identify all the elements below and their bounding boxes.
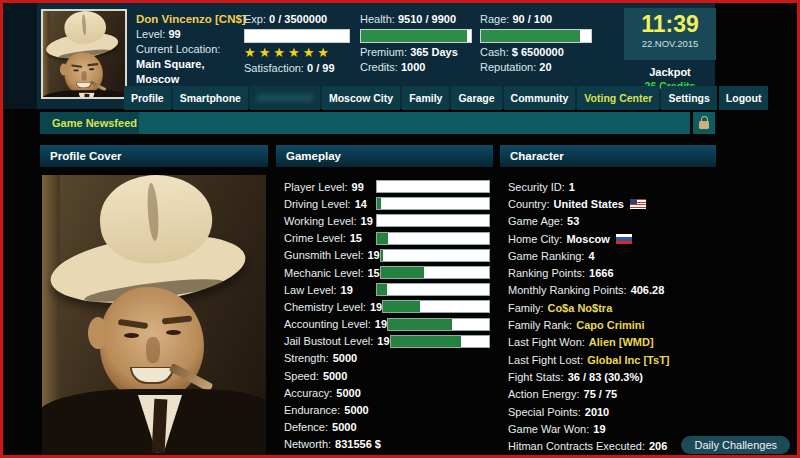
gameplay-row: Speed:5000 (284, 367, 490, 384)
character-row: Home City:Moscow (508, 230, 720, 247)
stat-label: Player Level: (284, 181, 348, 193)
daily-challenges-button[interactable]: Daily Challenges (681, 436, 790, 454)
gameplay-header: Gameplay (276, 145, 493, 167)
character-row: Family Rank:Capo Crimini (508, 316, 720, 333)
stat-value: 5000 (332, 421, 356, 433)
stat-meter (376, 180, 490, 193)
reputation-label: Reputation: (480, 61, 536, 73)
star-icon: ★ (259, 45, 274, 60)
tab-family[interactable]: Family (402, 86, 449, 110)
stat-value: 1666 (589, 267, 613, 279)
gameplay-row: Chemistry Level:19 (284, 298, 490, 315)
exp-block: Exp: 0 / 3500000 ★★★★★★ Satisfaction: 0 … (244, 12, 352, 76)
stat-meter-fill (377, 233, 388, 244)
stat-value: 99 (352, 181, 364, 193)
stat-value: Co$a No$tra (547, 302, 612, 314)
stat-label: Last Fight Lost: (508, 354, 583, 366)
stat-label: Crime Level: (284, 232, 346, 244)
stat-label: Gunsmith Level: (284, 249, 363, 261)
stat-value: 1 (569, 181, 575, 193)
stat-meter (387, 318, 490, 331)
rage-bar (480, 29, 592, 43)
tab-community[interactable]: Community (504, 86, 576, 110)
rage-value: 90 / 100 (512, 13, 552, 25)
rage-label: Rage: (480, 13, 509, 25)
character-row: Action Energy:75 / 75 (508, 386, 720, 403)
stat-value: 19 (361, 215, 373, 227)
stat-value: Alien [WMD] (589, 336, 654, 348)
stat-label: Game Age: (508, 215, 563, 227)
avatar[interactable] (41, 9, 127, 99)
gameplay-row: Working Level:19 (284, 212, 490, 229)
flag-ru-icon (616, 234, 632, 244)
stat-value: 831556 $ (335, 438, 381, 450)
stat-label: Game Ranking: (508, 250, 584, 262)
tab-garage[interactable]: Garage (451, 86, 501, 110)
stat-label: Defence: (284, 421, 328, 433)
stat-label: Law Level: (284, 284, 337, 296)
character-row: Fight Stats:36 / 83 (30.3%) (508, 368, 720, 385)
tab-moscow-city[interactable]: Moscow City (322, 86, 400, 110)
game-window: Don Vincenzo [CN$] Level: 99 Current Loc… (0, 0, 800, 458)
level-label: Level: (136, 28, 165, 40)
star-icon: ★ (244, 45, 259, 60)
stat-label: Accuracy: (284, 387, 332, 399)
stat-label: Mechanic Level: (284, 267, 364, 279)
location-label: Current Location: (136, 42, 238, 57)
stat-value: 5000 (336, 387, 360, 399)
stat-meter (376, 232, 490, 245)
star-icon: ★ (303, 45, 318, 60)
stat-value: 75 / 75 (584, 388, 618, 400)
tab-smartphone[interactable]: Smartphone (173, 86, 248, 110)
stat-label: Special Points: (508, 406, 581, 418)
rage-bar-fill (481, 30, 580, 42)
stat-label: Working Level: (284, 215, 357, 227)
stat-label: Monthly Ranking Points: (508, 284, 627, 296)
stat-meter (380, 249, 490, 262)
stat-value: Global Inc [TsT] (587, 354, 669, 366)
clock-date: 22.NOV.2015 (624, 38, 716, 49)
stat-meter (382, 300, 490, 313)
stat-label: Last Fight Won: (508, 336, 585, 348)
stat-label: Jail Bustout Level: (284, 335, 373, 347)
tab-settings[interactable]: Settings (661, 86, 716, 110)
stat-value: 53 (567, 215, 579, 227)
tab-profile[interactable]: Profile (124, 86, 171, 110)
stat-value: 19 (377, 335, 389, 347)
cash-value: $ 6500000 (512, 46, 564, 58)
profile-cover-photo (42, 175, 266, 455)
level-value: 99 (168, 28, 180, 40)
exp-bar (244, 29, 350, 43)
stat-label: Security ID: (508, 181, 565, 193)
premium-label: Premium: (360, 46, 407, 58)
stat-meter (376, 283, 490, 296)
stat-label: Hitman Contracts Executed: (508, 440, 645, 452)
stat-meter-fill (383, 301, 420, 312)
game-newsfeed-button[interactable]: Game Newsfeed (40, 112, 139, 134)
tab-censored[interactable] (250, 86, 320, 110)
nav-bar: ProfileSmartphoneMoscow CityFamilyGarage… (124, 86, 768, 110)
stat-value: 4 (588, 250, 594, 262)
satisfaction-stars: ★★★★★★ (244, 45, 352, 61)
stat-label: Chemistry Level: (284, 301, 366, 313)
stat-label: Family: (508, 302, 543, 314)
stat-label: Speed: (284, 370, 319, 382)
gameplay-row: Endurance:5000 (284, 401, 490, 418)
clock-widget: 11:39 22.NOV.2015 (624, 8, 716, 60)
health-bar-fill (361, 30, 467, 42)
stat-label: Accounting Level: (284, 318, 371, 330)
tab-logout[interactable]: Logout (719, 86, 769, 110)
stat-label: Strength: (284, 352, 329, 364)
health-label: Health: (360, 13, 395, 25)
stat-meter (380, 266, 490, 279)
stat-meter (376, 214, 490, 227)
gameplay-rows: Player Level:99Driving Level:14Working L… (284, 178, 490, 453)
player-info: Don Vincenzo [CN$] Level: 99 Current Loc… (136, 12, 238, 87)
stat-meter-fill (381, 250, 383, 261)
star-icon: ★ (273, 45, 288, 60)
reputation-value: 20 (539, 61, 551, 73)
tab-voting-center[interactable]: Voting Center (577, 86, 659, 110)
stat-value: 19 (370, 301, 382, 313)
stat-value: 5000 (344, 404, 368, 416)
lock-button[interactable] (693, 112, 715, 134)
